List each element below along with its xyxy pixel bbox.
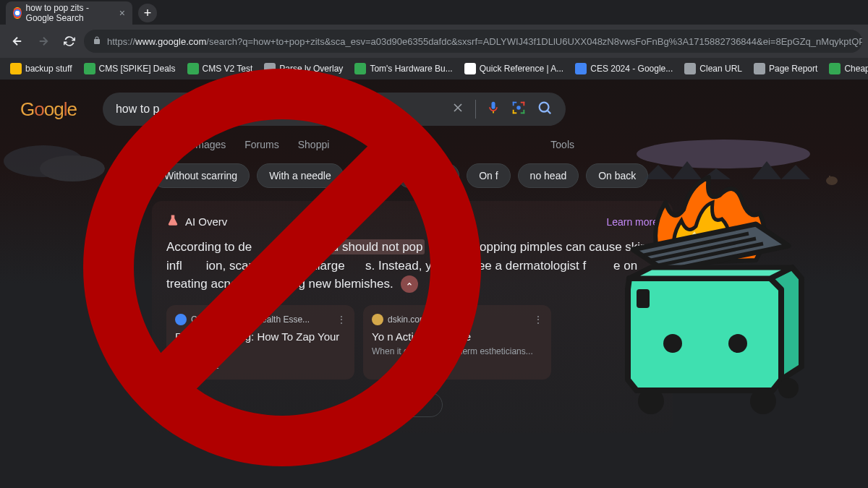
bookmark-item[interactable]: Cheapest CPUs, GP... bbox=[825, 60, 868, 77]
svg-rect-11 bbox=[513, 109, 514, 114]
bookmark-favicon bbox=[354, 63, 366, 74]
browser-tab[interactable]: how to pop zits - Google Search × bbox=[6, 1, 132, 25]
tab-forums[interactable]: Forums bbox=[244, 139, 278, 150]
source-card[interactable]: dskin.com ⋮ Yo n Actio Spo imple When it… bbox=[363, 305, 551, 380]
back-button[interactable] bbox=[6, 30, 29, 53]
filter-chip[interactable]: With a needle bbox=[257, 163, 344, 188]
learn-more-link[interactable]: Learn more bbox=[606, 216, 658, 228]
flask-icon bbox=[166, 214, 179, 229]
bookmark-item[interactable]: CES 2024 - Google... bbox=[571, 60, 677, 77]
svg-point-14 bbox=[516, 106, 521, 110]
bookmark-label: Page Report bbox=[769, 64, 817, 74]
search-icon[interactable] bbox=[537, 100, 553, 119]
tab-videos[interactable]: deos bbox=[152, 139, 174, 150]
bookmark-favicon bbox=[84, 63, 95, 74]
search-bar[interactable] bbox=[103, 93, 566, 126]
source-favicon bbox=[175, 314, 187, 325]
bookmark-label: Tom's Hardware Bu... bbox=[370, 64, 452, 74]
tab-bar: how to pop zits - Google Search × + bbox=[0, 0, 868, 25]
bookmark-label: CES 2024 - Google... bbox=[590, 64, 673, 74]
bookmark-item[interactable]: Page Report bbox=[749, 60, 822, 77]
url-host: www.google.com bbox=[135, 36, 206, 47]
close-tab-icon[interactable]: × bbox=[119, 7, 125, 19]
google-logo[interactable]: Google bbox=[20, 98, 77, 121]
google-favicon bbox=[13, 7, 22, 19]
svg-rect-7 bbox=[513, 101, 514, 106]
source-site: dskin.com bbox=[388, 314, 427, 325]
bookmark-favicon bbox=[187, 63, 199, 74]
tab-title: how to pop zits - Google Search bbox=[26, 3, 115, 23]
filter-chip[interactable]: On f bbox=[467, 163, 510, 188]
svg-rect-13 bbox=[523, 109, 524, 114]
svg-rect-5 bbox=[493, 111, 494, 114]
tab-shopping[interactable]: Shoppi bbox=[298, 139, 330, 150]
bookmark-label: Cheapest CPUs, GP... bbox=[844, 64, 868, 74]
bookmarks-bar: backup stuffCMS [SPIKE] DealsCMS V2 Test… bbox=[0, 58, 868, 80]
new-tab-button[interactable]: + bbox=[138, 4, 157, 22]
divider bbox=[475, 100, 476, 119]
ai-overview-label: AI Overv bbox=[166, 214, 227, 229]
source-meta: When it c f things that derm esthetician… bbox=[372, 346, 542, 356]
filter-chip[interactable]: ear bbox=[351, 163, 390, 188]
address-bar: https://www.google.com/search?q=how+to+p… bbox=[0, 25, 868, 58]
bookmark-item[interactable]: Tom's Hardware Bu... bbox=[350, 60, 456, 77]
bookmark-favicon bbox=[264, 63, 276, 74]
svg-point-15 bbox=[540, 102, 549, 111]
tab-images[interactable]: Images bbox=[192, 139, 226, 150]
search-input[interactable] bbox=[116, 103, 441, 116]
voice-search-icon[interactable] bbox=[486, 100, 501, 119]
expand-button[interactable] bbox=[401, 275, 418, 293]
source-date: ar 14, 2022 bbox=[175, 361, 346, 371]
lens-icon[interactable] bbox=[511, 100, 527, 119]
filter-chip[interactable]: no head bbox=[518, 163, 579, 188]
filter-chip[interactable]: Without scarring bbox=[152, 163, 250, 188]
source-site: Cleveland Clinic Health Esse... bbox=[191, 314, 310, 325]
search-tabs: deos Images Forums Shoppi Tools bbox=[0, 130, 868, 159]
show-more-button[interactable]: ore bbox=[382, 393, 443, 417]
ai-overview-section: AI Overv Learn more According to de logi… bbox=[152, 201, 673, 433]
bookmark-label: Clean URL bbox=[699, 64, 742, 74]
bookmark-item[interactable]: backup stuff bbox=[6, 60, 77, 77]
clear-icon[interactable] bbox=[451, 100, 465, 119]
bookmark-item[interactable]: CMS [SPIKE] Deals bbox=[80, 60, 180, 77]
bookmark-favicon bbox=[464, 63, 476, 74]
bookmark-favicon bbox=[684, 63, 696, 74]
source-favicon bbox=[372, 314, 383, 325]
lock-icon bbox=[93, 36, 101, 47]
page-content: Google deos Images Forums Shoppi Tools W… bbox=[0, 80, 868, 488]
source-title: Yo n Actio Spo imple bbox=[372, 330, 542, 344]
filter-chip[interactable]: At home bbox=[397, 163, 459, 188]
bookmark-item[interactable]: Quick Reference | A... bbox=[460, 60, 569, 77]
bookmark-label: CMS V2 Test bbox=[203, 64, 253, 74]
source-title: Pimple Popping: How To Zap Your Zits bbox=[175, 330, 346, 358]
bookmark-favicon bbox=[575, 63, 587, 74]
menu-icon[interactable]: ⋮ bbox=[534, 314, 542, 325]
bookmark-label: Parse.ly Overlay bbox=[279, 64, 343, 74]
filter-chip[interactable]: On back bbox=[586, 163, 648, 188]
url-protocol: https:// bbox=[107, 36, 135, 47]
bookmark-favicon bbox=[754, 63, 765, 74]
bookmark-label: Quick Reference | A... bbox=[480, 64, 564, 74]
bookmark-item[interactable]: Parse.ly Overlay bbox=[260, 60, 347, 77]
source-cards: Cleveland Clinic Health Esse... ⋮ Pimple… bbox=[166, 305, 658, 380]
url-input[interactable]: https://www.google.com/search?q=how+to+p… bbox=[84, 30, 862, 53]
forward-button[interactable] bbox=[32, 30, 55, 53]
source-card[interactable]: Cleveland Clinic Health Esse... ⋮ Pimple… bbox=[166, 305, 354, 380]
menu-icon[interactable]: ⋮ bbox=[337, 314, 346, 325]
tools-button[interactable]: Tools bbox=[550, 139, 574, 150]
svg-rect-9 bbox=[523, 101, 524, 106]
bookmark-item[interactable]: CMS V2 Test bbox=[183, 60, 258, 77]
url-path: /search?q=how+to+pop+zits&sca_esv=a03d90… bbox=[206, 36, 862, 47]
bookmark-favicon bbox=[10, 63, 22, 74]
bookmark-label: CMS [SPIKE] Deals bbox=[99, 64, 176, 74]
filter-chips: Without scarringWith a needleearAt homeO… bbox=[0, 159, 868, 201]
bookmark-label: backup stuff bbox=[25, 64, 72, 74]
ai-overview-text: According to de logists, you should not … bbox=[166, 238, 658, 294]
reload-button[interactable] bbox=[58, 30, 81, 53]
bookmark-item[interactable]: Clean URL bbox=[680, 60, 746, 77]
bookmark-favicon bbox=[829, 63, 841, 74]
